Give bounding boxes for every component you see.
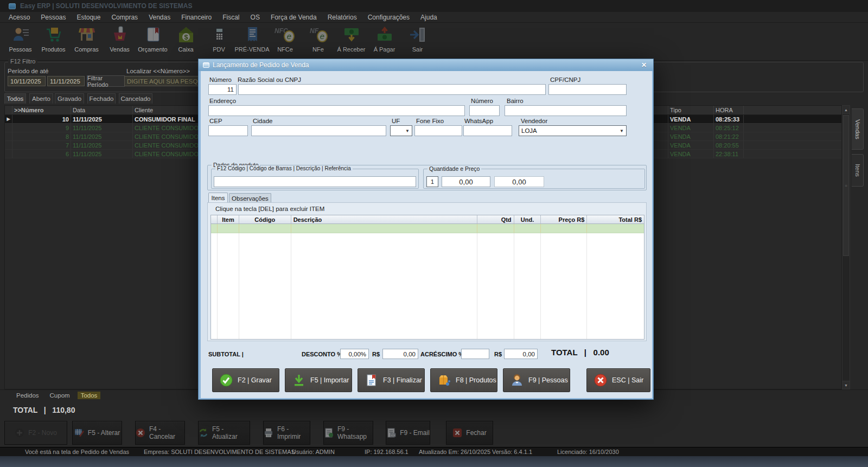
email-doc-icon bbox=[386, 428, 396, 438]
col-codigo[interactable]: Código bbox=[239, 215, 291, 223]
filter-tab-fechado[interactable]: Fechado bbox=[87, 93, 116, 104]
dialog-finalizar-button[interactable]: F3 | Finalizar bbox=[358, 368, 425, 392]
filter-tab-todos[interactable]: Todos bbox=[4, 93, 26, 104]
menu-item-compras[interactable]: Compras bbox=[106, 12, 143, 23]
scroll-thumb[interactable]: = bbox=[843, 115, 849, 256]
view-tab-pedidos[interactable]: Pedidos bbox=[13, 392, 42, 399]
status-user: Usuário: ADMIN bbox=[292, 449, 335, 455]
filter-tab-aberto[interactable]: Aberto bbox=[29, 93, 53, 104]
edit-table-icon bbox=[74, 428, 84, 438]
toolbar-button-a-receber[interactable]: Á Receber bbox=[335, 23, 368, 59]
dialog-pessoas-button[interactable]: F9 | Pessoas bbox=[503, 368, 570, 392]
acrescimo-pct-input[interactable] bbox=[461, 349, 489, 359]
scroll-up-icon[interactable]: ▲ bbox=[843, 106, 850, 114]
uf-select[interactable]: ▼ bbox=[390, 125, 412, 136]
col-und[interactable]: Und. bbox=[514, 215, 541, 223]
view-tab-todos[interactable]: Todos bbox=[78, 392, 101, 399]
menu-item-pessoas[interactable]: Pessoas bbox=[35, 12, 71, 23]
toolbar-button-pessoas[interactable]: Pessoas bbox=[4, 23, 37, 59]
menu-item-forca-de-venda[interactable]: Força de Venda bbox=[265, 12, 322, 23]
cep-input[interactable] bbox=[208, 125, 248, 136]
items-table-header: Item Código Descrição Qtd Und. Preço R$ … bbox=[211, 215, 644, 224]
delete-item-hint: Clique na tecla [DEL] para excluir ITEM bbox=[215, 206, 324, 212]
toolbar-button-pre-venda[interactable]: PRÉ-VENDA bbox=[235, 23, 269, 59]
menu-item-fiscal[interactable]: Fiscal bbox=[217, 12, 245, 23]
toolbar-button-caixa[interactable]: $ Caixa bbox=[169, 23, 202, 59]
menu-item-ajuda[interactable]: Ajuda bbox=[415, 12, 443, 23]
money-receive-icon bbox=[342, 25, 361, 44]
tab-itens[interactable]: Itens bbox=[208, 193, 228, 203]
toolbar-button-orcamento[interactable]: Orçamento bbox=[136, 23, 169, 59]
whatsapp-input[interactable] bbox=[463, 125, 512, 136]
menu-item-os[interactable]: OS bbox=[245, 12, 265, 23]
desconto-rs-input[interactable]: 0,00 bbox=[382, 349, 418, 359]
action-whatsapp[interactable]: F9 - Whatsapp bbox=[323, 421, 373, 445]
cidade-input[interactable] bbox=[251, 125, 386, 136]
cpf-cnpj-input[interactable] bbox=[548, 84, 627, 95]
dialog-importar-button[interactable]: F5 | Importar bbox=[285, 368, 352, 392]
menu-item-acesso[interactable]: Acesso bbox=[3, 12, 35, 23]
filter-tab-cancelado[interactable]: Cancelado bbox=[119, 93, 152, 104]
toolbar-button-a-pagar[interactable]: Á Pagar bbox=[368, 23, 401, 59]
date-from-input[interactable]: 10/11/2025 bbox=[8, 76, 46, 86]
col-descricao[interactable]: Descrição bbox=[291, 215, 477, 223]
toolbar-button-sair[interactable]: Sair bbox=[401, 23, 434, 59]
bairro-input[interactable] bbox=[505, 105, 627, 116]
dialog-sair-button[interactable]: ESC | Sair bbox=[586, 368, 650, 392]
dialog-gravar-button[interactable]: F2 | Gravar bbox=[212, 368, 279, 392]
dialog-close-button[interactable]: ✕ bbox=[639, 61, 649, 69]
qty-input[interactable]: 1 bbox=[426, 176, 438, 187]
menu-item-vendas[interactable]: Vendas bbox=[143, 12, 176, 23]
col-data[interactable]: Data bbox=[71, 106, 133, 114]
acrescimo-rs-input[interactable]: 0,00 bbox=[504, 349, 538, 359]
product-search-input[interactable] bbox=[214, 176, 416, 187]
toolbar-button-nfe[interactable]: NFe NFe bbox=[302, 23, 335, 59]
scroll-down-icon[interactable]: ▼ bbox=[843, 381, 850, 389]
dialog-produtos-button[interactable]: F8 | Produtos bbox=[430, 368, 497, 392]
razao-social-input[interactable] bbox=[238, 84, 546, 95]
menu-item-estoque[interactable]: Estoque bbox=[71, 12, 106, 23]
action-imprimir[interactable]: F6 - Imprimir bbox=[263, 421, 310, 445]
toolbar-button-produtos[interactable]: Produtos bbox=[37, 23, 70, 59]
side-tab-vendas[interactable]: Vendas bbox=[852, 108, 864, 150]
razao-social-label: Razão Social ou CNPJ bbox=[238, 76, 301, 83]
action-email[interactable]: F9 - Email bbox=[386, 421, 430, 445]
col-item[interactable]: Item bbox=[218, 215, 239, 223]
date-to-input[interactable]: 11/11/2025 bbox=[47, 76, 85, 86]
action-cancelar[interactable]: F4 - Cancelar bbox=[135, 421, 185, 445]
action-atualizar[interactable]: F5 - Atualizar bbox=[198, 421, 250, 445]
numero-input[interactable]: 11 bbox=[208, 84, 237, 95]
item-total-input[interactable]: 0,00 bbox=[494, 176, 544, 187]
toolbar-button-pdv[interactable]: PDV bbox=[202, 23, 235, 59]
col-tipo[interactable]: Tipo bbox=[668, 106, 714, 114]
desconto-pct-input[interactable]: 0,00% bbox=[340, 349, 369, 359]
status-company: Empresa: SOLUTI DESENVOLVIMENTO DE SISTE… bbox=[144, 449, 295, 455]
menu-item-relatorios[interactable]: Relatórios bbox=[322, 12, 362, 23]
col-total[interactable]: Total R$ bbox=[587, 215, 644, 223]
col-qtd[interactable]: Qtd bbox=[477, 215, 514, 223]
vendedor-select[interactable]: LOJA▼ bbox=[519, 125, 627, 136]
menu-item-financeiro[interactable]: Financeiro bbox=[176, 12, 217, 23]
toolbar-button-vendas[interactable]: Vendas bbox=[103, 23, 136, 59]
unit-price-input[interactable]: 0,00 bbox=[442, 176, 490, 187]
filter-period-button[interactable]: Filtrar Período bbox=[87, 75, 125, 87]
action-fechar[interactable]: Fechar bbox=[446, 421, 493, 445]
view-tab-cupom[interactable]: Cupom bbox=[47, 392, 73, 399]
titlebar: Easy ERP | SOLUTI DESENVOLVIMENTO DE SIS… bbox=[0, 0, 868, 12]
grid-scrollbar[interactable]: ▲ = ▼ bbox=[842, 105, 850, 389]
col-numero[interactable]: >>Número bbox=[12, 106, 71, 114]
filter-tab-gravado[interactable]: Gravado bbox=[55, 93, 84, 104]
menu-item-configuracoes[interactable]: Configurações bbox=[362, 12, 415, 23]
col-hora[interactable]: HORA bbox=[714, 106, 744, 114]
action-alterar[interactable]: F5 - Alterar bbox=[72, 421, 122, 445]
tab-observacoes[interactable]: Observações bbox=[229, 193, 271, 203]
col-preco[interactable]: Preço R$ bbox=[541, 215, 587, 223]
toolbar-button-compras[interactable]: Compras bbox=[70, 23, 103, 59]
empty-item-row[interactable] bbox=[211, 224, 644, 233]
side-tab-itens[interactable]: Itens bbox=[852, 154, 864, 187]
endereco-input[interactable] bbox=[208, 105, 465, 116]
toolbar-button-nfce[interactable]: NFCe NFCe bbox=[269, 23, 302, 59]
numero-endereco-input[interactable] bbox=[469, 105, 500, 116]
bairro-label: Bairro bbox=[507, 98, 524, 104]
fone-fixo-input[interactable] bbox=[414, 125, 462, 136]
